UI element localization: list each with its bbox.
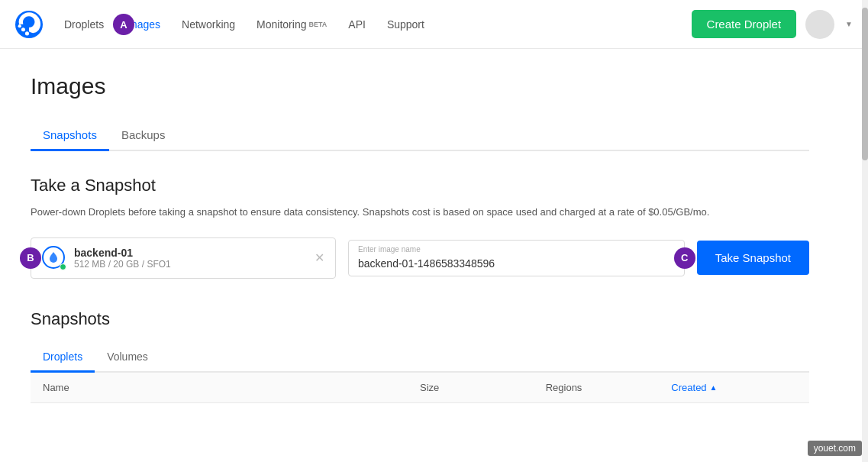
image-name-field-wrap: Enter image name	[348, 240, 685, 276]
droplet-clear-icon[interactable]: ✕	[315, 250, 324, 265]
snapshots-section-title: Snapshots	[31, 309, 809, 329]
svg-rect-3	[18, 24, 21, 27]
svg-rect-1	[25, 31, 29, 35]
th-size: Size	[420, 382, 546, 393]
take-snapshot-desc: Power-down Droplets before taking a snap…	[31, 205, 779, 221]
nav-item-api[interactable]: API	[339, 12, 375, 37]
image-name-wrap-outer: Enter image name C	[348, 240, 685, 276]
digitalocean-logo	[15, 11, 43, 38]
avatar[interactable]	[805, 10, 834, 39]
droplet-svg-icon	[47, 251, 60, 263]
droplet-selector-wrap: B backend-01 512 MB / 20	[31, 237, 336, 279]
tab-snapshots[interactable]: Snapshots	[31, 121, 109, 151]
image-name-input[interactable]	[349, 241, 684, 276]
nav-links: Droplets A Images Networking MonitoringB…	[55, 12, 692, 37]
tour-badge-c[interactable]: C	[674, 247, 695, 269]
tour-badge-b[interactable]: B	[20, 247, 41, 269]
snapshot-form: B backend-01 512 MB / 20	[31, 237, 809, 279]
snapshots-table: Name Size Regions Created ▲	[31, 373, 809, 403]
page-title: Images	[31, 73, 809, 99]
svg-rect-2	[21, 27, 25, 31]
monitoring-badge: BETA	[308, 21, 327, 28]
navbar: Droplets A Images Networking MonitoringB…	[0, 0, 868, 49]
droplet-name: backend-01	[74, 247, 308, 259]
nav-item-monitoring[interactable]: MonitoringBETA	[247, 12, 336, 37]
nav-item-support[interactable]: Support	[378, 12, 434, 37]
main-content: Images Snapshots Backups Take a Snapshot…	[0, 49, 840, 403]
th-regions: Regions	[546, 382, 672, 393]
create-droplet-button[interactable]: Create Droplet	[692, 10, 797, 38]
droplet-icon-wrap	[42, 246, 66, 270]
page-scrollbar[interactable]	[862, 0, 868, 403]
sub-tab-droplets[interactable]: Droplets	[31, 343, 95, 373]
nav-item-networking[interactable]: Networking	[173, 12, 244, 37]
nav-right: Create Droplet ▼	[692, 10, 853, 39]
nav-item-droplets[interactable]: Droplets	[55, 12, 113, 37]
droplet-meta: 512 MB / 20 GB / SFO1	[74, 259, 308, 270]
top-tabs: Snapshots Backups	[31, 121, 809, 151]
droplet-selector[interactable]: backend-01 512 MB / 20 GB / SFO1 ✕	[31, 237, 336, 279]
droplet-status-dot	[60, 263, 66, 270]
droplet-info: backend-01 512 MB / 20 GB / SFO1	[74, 247, 308, 270]
logo[interactable]	[15, 11, 43, 38]
tab-backups[interactable]: Backups	[109, 121, 178, 151]
table-header: Name Size Regions Created ▲	[31, 373, 809, 403]
tour-badge-a[interactable]: A	[113, 14, 134, 35]
take-snapshot-section: Take a Snapshot Power-down Droplets befo…	[31, 176, 809, 279]
sub-tab-volumes[interactable]: Volumes	[95, 343, 160, 373]
take-snapshot-button[interactable]: Take Snapshot	[697, 241, 809, 275]
sub-tabs: Droplets Volumes	[31, 343, 809, 373]
th-name: Name	[43, 382, 420, 393]
sort-arrow-icon: ▲	[710, 383, 718, 392]
scrollbar-thumb[interactable]	[862, 8, 868, 160]
th-created[interactable]: Created ▲	[671, 382, 797, 393]
snapshots-section: Snapshots Droplets Volumes Name Size Reg…	[31, 309, 809, 403]
avatar-chevron-icon[interactable]: ▼	[845, 20, 853, 28]
take-snapshot-title: Take a Snapshot	[31, 176, 809, 195]
